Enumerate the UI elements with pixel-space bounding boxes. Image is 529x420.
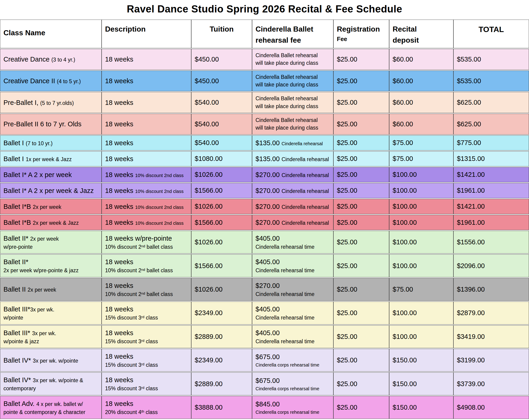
cell-value: $25.00: [337, 286, 357, 293]
cell-description: 18 weeks 10% discount 2nd class: [102, 167, 191, 182]
cell-description: 18 weeks10% discount 2nd ballet class: [102, 254, 191, 277]
cell-line: $270.00 Cinderella rehearsal: [255, 202, 330, 211]
text-segment: will take place during class: [255, 81, 318, 88]
cell-tuition: $2349.00: [191, 349, 252, 372]
cell-class-name: Ballet IV* 3x per wk. w/pointe: [0, 349, 102, 372]
table-row: Creative Dance (3 to 4 yr.)18 weeks$450.…: [0, 49, 529, 70]
cell-rehearsal-fee: $675.00Cinderella corps rehearsal time: [252, 349, 333, 372]
text-segment: Ballet I: [3, 139, 26, 147]
cell-tuition: $1566.00: [191, 183, 252, 198]
cell-line: $675.00: [255, 376, 330, 385]
cell-tuition: $2889.00: [191, 372, 252, 395]
text-segment: will take place during class: [255, 103, 318, 109]
text-segment: ballet class: [145, 267, 173, 273]
cell-value: $4908.00: [457, 404, 485, 411]
text-segment: Pre-Ballet II 6 to 7 yr. Olds: [3, 120, 81, 128]
cell-recital-deposit: $100.00: [389, 231, 453, 254]
cell-rehearsal-fee: $135.00 Cinderella rehearsal: [252, 135, 333, 150]
text-segment: 3x per wk.: [30, 307, 54, 312]
text-segment: Ballet III*: [3, 305, 30, 313]
cell-description: 18 weeks 10% discount 2nd class: [102, 215, 191, 230]
text-segment: contemporary: [3, 385, 36, 392]
text-segment: $405.00: [255, 258, 280, 266]
text-segment: Ballet I* A 2 x per week & Jazz: [3, 187, 94, 194]
cell-total: $775.00: [453, 135, 529, 150]
text-segment: 10% discount 2nd class: [135, 221, 184, 226]
cell-line: rehearsal fee: [255, 35, 330, 46]
text-segment: 2x per week: [30, 236, 59, 242]
cell-line: will take place during class: [255, 103, 330, 110]
text-segment: Cinderella Ballet rehearsal: [255, 95, 318, 101]
text-segment: 18 weeks: [105, 120, 133, 128]
text-segment: 2x per week: [28, 287, 56, 293]
page-title: Ravel Dance Studio Spring 2026 Recital &…: [0, 3, 529, 15]
cell-total: $625.00: [453, 114, 529, 135]
cell-line: w/pointe: [3, 314, 98, 322]
cell-rehearsal-fee: Cinderella Ballet rehearsalwill take pla…: [252, 92, 333, 113]
cell-line: Ballet I*B 2x per week: [3, 202, 98, 211]
cell-registration-fee: $25.00: [333, 167, 389, 182]
cell-line: $405.00: [255, 233, 330, 243]
text-segment: pointe & contemporary & character: [3, 409, 85, 415]
cell-value: $535.00: [457, 77, 481, 85]
cell-total: $1396.00: [453, 278, 529, 301]
cell-line: 18 weeks w/pre-pointe: [105, 233, 188, 243]
text-segment: Cinderella rehearsal time: [255, 315, 315, 321]
cell-recital-deposit: $100.00: [389, 254, 453, 277]
text-segment: Creative Dance: [3, 55, 51, 63]
cell-class-name: Ballet III*3x per wk.w/pointe: [0, 301, 102, 324]
text-segment: class: [145, 315, 158, 321]
cell-tuition: $540.00: [191, 114, 252, 135]
cell-class-name: Ballet III* 3x per wk.w/pointe & jazz: [0, 325, 102, 348]
text-segment: Cinderella Ballet rehearsal: [255, 52, 318, 58]
cell-total: $625.00: [453, 92, 529, 113]
text-segment: 10% discount 2nd class: [135, 205, 184, 210]
cell-description: 18 weeks: [102, 49, 191, 70]
cell-value: $100.00: [393, 171, 417, 178]
cell-value: $1026.00: [195, 286, 223, 293]
cell-value: $25.00: [337, 171, 357, 178]
cell-rehearsal-fee: $405.00Cinderella rehearsal time: [252, 301, 333, 324]
cell-description: 18 weeks10% discount 2nd ballet class: [102, 278, 191, 301]
text-segment: 2x per week & Jazz: [33, 220, 79, 226]
table-row: Ballet II* 2x per weekw/pre-pointe18 wee…: [0, 231, 529, 254]
cell-total: $3419.00: [453, 325, 529, 348]
text-segment: w/pre-pointe: [3, 244, 33, 250]
text-segment: 18 weeks: [105, 171, 135, 178]
text-segment: $270.00: [255, 171, 281, 178]
cell-recital-deposit: $100.00: [389, 183, 453, 198]
text-segment: Cinderella Ballet: [255, 25, 313, 33]
cell-total: $2096.00: [453, 254, 529, 277]
cell-registration-fee: $25.00: [333, 278, 389, 301]
cell-line: Registration: [337, 24, 386, 35]
table-row: Ballet I*B 2x per week & Jazz18 weeks 10…: [0, 215, 529, 230]
table-row: Ballet IV* 3x per wk. w/pointe18 weeks15…: [0, 349, 529, 372]
cell-registration-fee: $25.00: [333, 199, 389, 214]
text-segment: 18 weeks: [105, 305, 133, 313]
text-segment: 18 weeks: [105, 219, 135, 226]
cell-description: 18 weeks 10% discount 2nd class: [102, 183, 191, 198]
cell-line: $270.00 Cinderella rehearsal: [255, 217, 330, 227]
cell-value: $450.00: [195, 77, 219, 85]
cell-value: $1421.00: [457, 203, 485, 210]
table-row: Ballet I (7 to 10 yr.)18 weeks$540.00$13…: [0, 135, 529, 150]
cell-value: $25.00: [337, 356, 357, 364]
document-root: Ravel Dance Studio Spring 2026 Recital &…: [0, 0, 529, 420]
cell-value: $60.00: [393, 120, 413, 128]
text-segment: 18 weeks: [105, 139, 133, 147]
cell-line: Ballet I* A 2 x per week & Jazz: [3, 186, 98, 195]
text-segment: 18 weeks: [105, 55, 133, 63]
text-segment: Ballet II: [3, 286, 28, 293]
cell-description: 18 weeks15% discount 3rd class: [102, 325, 191, 348]
header-description: Description: [102, 20, 191, 48]
cell-line: 10% discount 2nd ballet class: [105, 267, 188, 274]
text-segment: rehearsal fee: [255, 36, 301, 44]
table-row: Ballet I* A 2 x per week & Jazz18 weeks …: [0, 183, 529, 198]
cell-value: $100.00: [393, 333, 417, 340]
cell-description: 18 weeks 10% discount 2nd class: [102, 199, 191, 214]
cell-recital-deposit: $150.00: [389, 396, 453, 419]
table-row: Ballet II*2x per week w/pre-pointe & jaz…: [0, 254, 529, 277]
text-segment: 18 weeks w/pre-pointe: [105, 235, 172, 242]
text-segment: th: [141, 409, 144, 413]
cell-line: 18 weeks 10% discount 2nd class: [105, 186, 188, 195]
